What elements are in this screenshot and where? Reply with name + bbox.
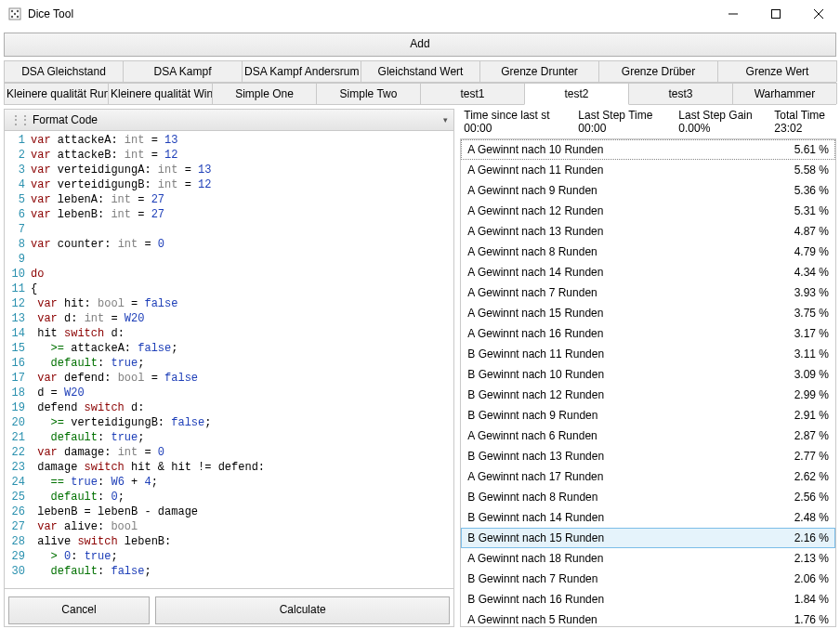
result-row[interactable]: B Gewinnt nach 12 Runden2.99 % [461,385,835,405]
line-number: 2 [5,148,29,163]
code-line: 18 d = W20 [5,386,453,400]
result-label: A Gewinnt nach 17 Runden [467,468,773,485]
tab-test1[interactable]: test1 [420,83,525,104]
maximize-button[interactable] [755,0,797,28]
result-percent: 5.31 % [773,203,829,219]
line-number: 13 [5,311,29,326]
result-label: A Gewinnt nach 8 Runden [467,243,773,260]
result-label: B Gewinnt nach 11 Runden [467,346,773,362]
tab-kleinere-qualit-t-runden[interactable]: Kleinere qualität Runden [4,83,109,104]
minimize-button[interactable] [712,0,755,28]
svg-point-5 [17,16,19,18]
cancel-button[interactable]: Cancel [8,596,150,624]
result-percent: 2.62 % [773,468,829,485]
result-label: B Gewinnt nach 14 Runden [467,509,773,526]
result-percent: 3.93 % [773,284,829,301]
tab-grenze-drunter[interactable]: Grenze Drunter [479,60,599,82]
tab-warhammer[interactable]: Warhammer [732,83,837,104]
result-row[interactable]: A Gewinnt nach 9 Runden5.36 % [461,180,835,201]
result-row[interactable]: B Gewinnt nach 10 Runden3.09 % [461,364,835,385]
result-label: A Gewinnt nach 16 Runden [467,325,773,342]
result-label: A Gewinnt nach 12 Runden [467,203,773,219]
result-row[interactable]: A Gewinnt nach 12 Runden5.31 % [461,201,835,221]
line-number: 10 [5,267,29,282]
right-pane: Time since last st 00:00 Last Step Time … [460,109,836,627]
result-row[interactable]: A Gewinnt nach 16 Runden3.17 % [461,323,835,344]
line-number: 1 [5,133,29,148]
line-number: 27 [5,519,29,534]
code-line: 22 var damage: int = 0 [5,445,453,460]
result-percent: 2.16 % [773,530,829,546]
svg-rect-7 [772,10,781,19]
toolbar-overflow-icon[interactable]: ▾ [443,115,448,124]
tab-dsa-kampf[interactable]: DSA Kampf [123,60,243,82]
tab-test2[interactable]: test2 [524,83,629,105]
result-row[interactable]: A Gewinnt nach 10 Runden5.61 % [461,139,835,160]
result-label: B Gewinnt nach 15 Runden [467,530,773,546]
line-number: 11 [5,282,29,296]
stat1-label: Time since last st [464,109,571,122]
tab-row-2: Kleinere qualität RundenKleinere qualitä… [4,83,836,105]
result-percent: 5.36 % [773,182,829,199]
result-percent: 4.79 % [773,243,829,260]
result-row[interactable]: A Gewinnt nach 6 Runden2.87 % [461,426,835,446]
line-number: 17 [5,371,29,386]
code-line: 3var verteidigungA: int = 13 [5,163,453,177]
tab-simple-two[interactable]: Simple Two [316,83,421,104]
tab-grenze-dr-ber[interactable]: Grenze Drüber [598,60,718,82]
result-percent: 2.91 % [773,407,829,424]
result-label: A Gewinnt nach 11 Runden [467,162,773,178]
result-percent: 2.77 % [773,448,829,465]
line-number: 22 [5,445,29,460]
result-row[interactable]: A Gewinnt nach 15 Runden3.75 % [461,303,835,323]
stat4-label: Total Time [774,109,825,122]
close-button[interactable] [797,0,840,28]
result-row[interactable]: A Gewinnt nach 14 Runden4.34 % [461,262,835,282]
tab-gleichstand-wert[interactable]: Gleichstand Wert [361,60,480,82]
result-label: A Gewinnt nach 18 Runden [467,550,773,567]
result-row[interactable]: A Gewinnt nach 5 Runden1.76 % [461,609,835,627]
calculate-button[interactable]: Calculate [155,596,450,624]
line-number: 15 [5,341,29,356]
code-line: 11{ [5,282,453,296]
result-row[interactable]: A Gewinnt nach 17 Runden2.62 % [461,466,835,487]
tab-simple-one[interactable]: Simple One [212,83,317,104]
result-row[interactable]: B Gewinnt nach 15 Runden2.16 % [461,528,835,548]
result-row[interactable]: B Gewinnt nach 7 Runden2.06 % [461,569,835,589]
result-row[interactable]: A Gewinnt nach 7 Runden3.93 % [461,282,835,303]
app-icon [7,7,22,21]
result-label: A Gewinnt nach 13 Runden [467,223,773,240]
tab-dsa-gleichstand[interactable]: DSA Gleichstand [4,60,124,82]
tab-test3[interactable]: test3 [628,83,733,104]
result-row[interactable]: A Gewinnt nach 8 Runden4.79 % [461,242,835,262]
result-row[interactable]: B Gewinnt nach 9 Runden2.91 % [461,405,835,426]
code-line: 5var lebenA: int = 27 [5,192,453,207]
code-line: 17 var defend: bool = false [5,371,453,386]
svg-point-3 [14,13,16,15]
line-number: 7 [5,222,29,237]
tab-kleinere-qualit-t-winner[interactable]: Kleinere qualität Winner [108,83,213,104]
result-row[interactable]: B Gewinnt nach 8 Runden2.56 % [461,487,835,507]
tab-dsa-kampf-andersrum[interactable]: DSA Kampf Andersrum [242,60,361,82]
result-label: B Gewinnt nach 7 Runden [467,570,773,587]
result-percent: 3.17 % [773,325,829,342]
format-label: Format Code [33,113,98,126]
svg-point-1 [11,10,13,12]
result-row[interactable]: A Gewinnt nach 13 Runden4.87 % [461,221,835,242]
result-row[interactable]: B Gewinnt nach 14 Runden2.48 % [461,507,835,528]
code-line: 28 alive switch lebenB: [5,534,453,549]
result-row[interactable]: B Gewinnt nach 11 Runden3.11 % [461,344,835,364]
tab-grenze-wert[interactable]: Grenze Wert [717,60,837,82]
result-row[interactable]: A Gewinnt nach 11 Runden5.58 % [461,160,835,180]
results-list[interactable]: A Gewinnt nach 10 Runden5.61 %A Gewinnt … [460,138,836,627]
code-line: 10do [5,267,453,282]
result-row[interactable]: B Gewinnt nach 16 Runden1.84 % [461,589,835,609]
code-editor[interactable]: 1var attackeA: int = 132var attackeB: in… [5,131,453,589]
result-percent: 2.13 % [773,550,829,567]
add-button[interactable]: Add [4,33,836,57]
line-number: 20 [5,415,29,430]
result-label: B Gewinnt nach 13 Runden [467,448,773,465]
result-row[interactable]: A Gewinnt nach 18 Runden2.13 % [461,548,835,569]
result-row[interactable]: B Gewinnt nach 13 Runden2.77 % [461,446,835,466]
result-percent: 5.58 % [773,162,829,178]
